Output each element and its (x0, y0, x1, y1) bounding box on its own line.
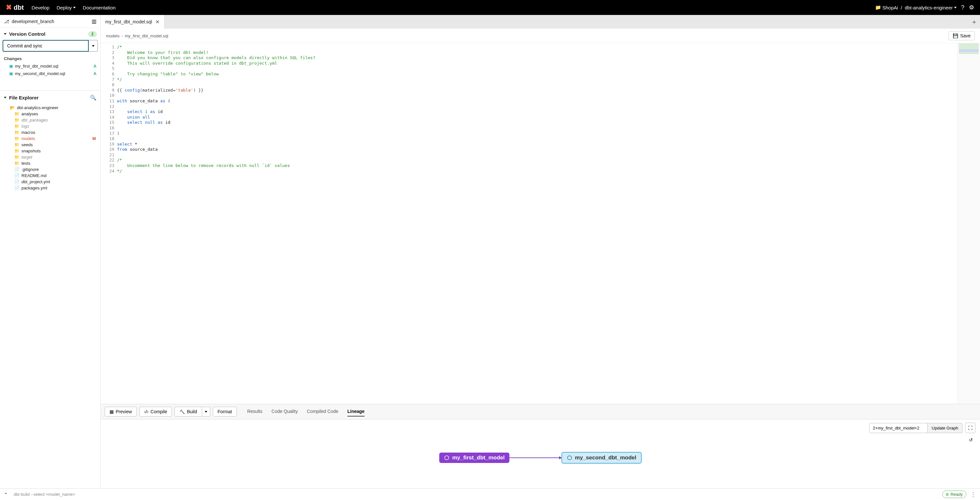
breadcrumb-item[interactable]: models (106, 33, 119, 38)
folder-icon: 📁 (875, 5, 881, 10)
tree-item-label: README.md (21, 173, 97, 178)
node-label: my_first_dbt_model (452, 454, 505, 461)
close-icon[interactable]: ✕ (155, 19, 159, 25)
command-input[interactable] (12, 490, 939, 499)
file-icon: 📄 (14, 167, 19, 172)
chevron-down-icon (92, 45, 95, 47)
tree-folder[interactable]: 📁logs (3, 123, 97, 129)
fullscreen-icon[interactable]: ⛶ (965, 423, 975, 433)
editor-tab[interactable]: my_first_dbt_model.sql ✕ (101, 15, 164, 29)
tree-folder[interactable]: 📁dbt_packages (3, 117, 97, 123)
cube-icon: ▣ (9, 71, 13, 76)
nav-documentation[interactable]: Documentation (83, 5, 116, 10)
ready-status: Ready (942, 490, 966, 498)
hammer-icon: 🔨 (179, 409, 185, 414)
tree-folder[interactable]: 📁modelsM (3, 135, 97, 142)
nav-develop[interactable]: Develop (32, 5, 49, 10)
lineage-selector-input[interactable] (869, 423, 928, 433)
branch-name: development_branch (12, 19, 54, 24)
chevron-down-icon (73, 7, 76, 8)
tree-file[interactable]: 📄packages.yml (3, 185, 97, 191)
code-editor[interactable]: 123456789101112131415161718192021222324 … (101, 43, 980, 404)
change-item[interactable]: ▣ my_first_dbt_model.sql A (0, 62, 100, 70)
gear-icon[interactable]: ⚙ (969, 4, 974, 11)
editor-column: my_first_dbt_model.sql ✕ ＋ models › my_f… (101, 15, 980, 488)
file-explorer-header[interactable]: File Explorer 🔍 (0, 91, 100, 105)
folder-icon: 📁 (14, 111, 19, 116)
file-icon: 📄 (14, 179, 19, 184)
brand-text: dbt (14, 4, 24, 11)
file-icon: 📄 (14, 186, 19, 190)
commit-dropdown-button[interactable] (89, 40, 98, 52)
tab-compiled-code[interactable]: Compiled Code (307, 407, 338, 417)
folder-icon: 📁 (14, 118, 19, 123)
tree-folder[interactable]: 📁tests (3, 160, 97, 166)
help-icon[interactable]: ? (961, 4, 964, 11)
build-button[interactable]: 🔨Build (175, 407, 202, 417)
project-selector[interactable]: 📁 ShopAi / dbt-analytics-engineer (875, 5, 957, 10)
lineage-area[interactable]: Update Graph ⛶ ↺ my_first_dbt_model my_s… (101, 419, 980, 488)
bottom-toolbar: ▦Preview ‹/›Compile 🔨Build Format Result… (101, 404, 980, 419)
bottom-panel: ▦Preview ‹/›Compile 🔨Build Format Result… (101, 404, 980, 488)
tree-item-label: target (21, 154, 97, 159)
save-button[interactable]: 💾 Save (948, 31, 975, 40)
change-status: A (94, 71, 97, 76)
commit-sync-button[interactable]: Commit and sync (3, 40, 89, 52)
refresh-icon[interactable]: ↺ (966, 435, 975, 445)
status-bar: ⌃ Ready ⋮ (0, 488, 980, 500)
tab-code-quality[interactable]: Code Quality (272, 407, 298, 417)
panel-toggle-icon[interactable]: ▥ (92, 18, 97, 24)
node-label: my_second_dbt_model (575, 454, 636, 461)
breadcrumb-item[interactable]: my_first_dbt_model.sql (125, 33, 168, 38)
preview-button[interactable]: ▦Preview (105, 407, 137, 417)
tree-file[interactable]: 📄.gitignore (3, 166, 97, 172)
lineage-edge (509, 457, 561, 458)
folder-icon: 📁 (14, 161, 19, 166)
grid-icon: ▦ (110, 409, 114, 414)
search-icon[interactable]: 🔍 (90, 94, 97, 101)
branch-row[interactable]: ⎇ development_branch ▥ (0, 15, 100, 28)
expand-terminal-icon[interactable]: ⌃ (4, 492, 8, 497)
logo[interactable]: ✖ dbt (6, 3, 24, 12)
compile-button[interactable]: ‹/›Compile (139, 407, 172, 417)
tree-item-label: .gitignore (21, 167, 97, 172)
tab-lineage[interactable]: Lineage (347, 407, 364, 417)
tree-item-label: seeds (21, 142, 97, 147)
nav-deploy[interactable]: Deploy (57, 5, 76, 10)
change-item[interactable]: ▣ my_second_dbt_model.sql A (0, 70, 100, 77)
tree-folder[interactable]: 📁macros (3, 129, 97, 135)
tree-folder[interactable]: 📁analyses (3, 111, 97, 117)
folder-icon: 📁 (14, 142, 19, 147)
tree-item-label: models (21, 136, 90, 141)
chevron-down-icon (954, 7, 957, 8)
save-label: Save (960, 33, 970, 38)
change-status: A (94, 64, 97, 68)
fe-header-label: File Explorer (9, 95, 39, 100)
update-graph-button[interactable]: Update Graph (928, 423, 963, 433)
code-area[interactable]: /* Welcome to your first dbt model! Did … (117, 43, 957, 404)
folder-open-icon: 📂 (10, 105, 15, 110)
tree-item-label: macros (21, 130, 97, 135)
add-tab-button[interactable]: ＋ (968, 15, 980, 29)
minimap[interactable] (957, 43, 980, 404)
modified-mark: M (92, 136, 96, 141)
lineage-node-source[interactable]: my_first_dbt_model (439, 452, 509, 463)
changes-count-badge: 2 (88, 32, 97, 37)
tree-file[interactable]: 📄README.md (3, 172, 97, 179)
tree-item-label: dbt_project.yml (21, 179, 97, 184)
tree-folder[interactable]: 📁seeds (3, 142, 97, 148)
build-dropdown-button[interactable] (202, 407, 210, 417)
version-control-header[interactable]: Version Control 2 (0, 28, 100, 40)
tree-root[interactable]: 📂 dbt-analytics-engineer (3, 105, 97, 111)
format-button[interactable]: Format (213, 407, 237, 417)
lineage-node-target[interactable]: my_second_dbt_model (561, 452, 641, 463)
tree-folder[interactable]: 📁target (3, 154, 97, 160)
tree-file[interactable]: 📄dbt_project.yml (3, 179, 97, 185)
tree-folder[interactable]: 📁snapshots (3, 148, 97, 154)
file-icon: 📄 (14, 173, 19, 178)
project-name: dbt-analytics-engineer (905, 5, 953, 10)
logo-mark-icon: ✖ (6, 3, 12, 12)
tab-results[interactable]: Results (247, 407, 262, 417)
more-icon[interactable]: ⋮ (970, 491, 976, 498)
folder-icon: 📁 (14, 148, 19, 153)
